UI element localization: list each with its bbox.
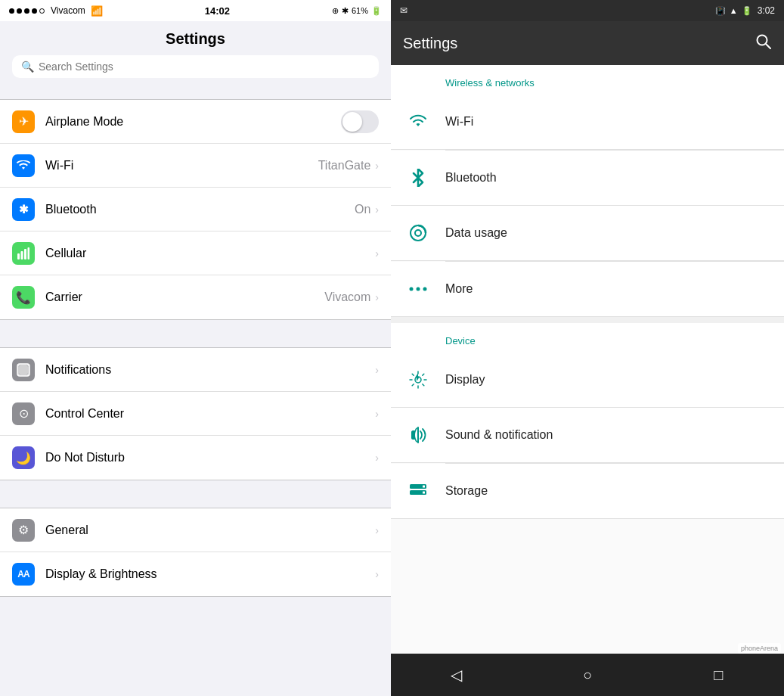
airplane-label: Airplane Mode [45, 115, 341, 129]
dot4 [32, 8, 37, 14]
svg-rect-6 [18, 365, 29, 375]
svg-rect-0 [17, 253, 20, 259]
control-center-chevron: › [375, 408, 379, 420]
android-time: 3:02 [758, 5, 775, 16]
airplane-toggle[interactable] [341, 110, 379, 133]
ios-status-left: Vivacom 📶 [9, 5, 103, 17]
bt-row-icon: ✱ [12, 198, 35, 221]
dot2 [17, 8, 22, 14]
carrier-chevron: › [375, 291, 379, 303]
control-center-icon: ⊙ [12, 402, 35, 425]
phonearena-watermark: phoneArena [738, 643, 781, 654]
ios-row-airplane-mode[interactable]: ✈ Airplane Mode [0, 100, 391, 144]
carrier-value: Vivacom [324, 291, 370, 304]
gap3 [0, 480, 391, 508]
ios-row-wifi[interactable]: Wi-Fi TitanGate › [0, 144, 391, 188]
android-row-more[interactable]: More [391, 262, 784, 317]
ios-time: 14:02 [103, 5, 332, 17]
do-not-disturb-chevron: › [375, 452, 379, 464]
nav-recents-icon: □ [714, 666, 723, 684]
display-brightness-chevron: › [375, 568, 379, 580]
ios-group-general: ⚙ General › AA Display & Brightness › [0, 508, 391, 597]
android-sound-icon [403, 420, 433, 450]
ios-row-control-center[interactable]: ⊙ Control Center › [0, 392, 391, 436]
battery-icon: 🔋 [371, 6, 382, 16]
carrier-label: Carrier [45, 291, 324, 304]
control-center-label: Control Center [45, 407, 375, 421]
bt-value: On [355, 203, 370, 216]
bluetooth-status-icon: ✱ [342, 6, 349, 16]
airplane-icon: ✈ [12, 110, 35, 133]
android-search-icon[interactable] [755, 33, 772, 54]
search-input[interactable] [39, 61, 370, 73]
android-nav-bar: ◁ ○ □ [391, 654, 784, 696]
android-display-icon [403, 365, 433, 395]
notifications-label: Notifications [45, 363, 375, 377]
email-icon: ✉ [400, 5, 407, 16]
android-side: ✉ 📳 ▲ 🔋 3:02 Settings Wireless [391, 0, 784, 696]
wifi-label: Wi-Fi [45, 159, 318, 172]
ios-search-bar[interactable]: 🔍 [12, 55, 379, 78]
nav-back-icon: ◁ [451, 666, 462, 684]
device-section-header: Device [391, 323, 784, 353]
android-battery-icon: 🔋 [742, 6, 752, 16]
bt-chevron: › [375, 204, 379, 216]
android-data-icon [403, 218, 433, 248]
ios-row-cellular[interactable]: Cellular › [0, 231, 391, 275]
android-row-display[interactable]: Display [391, 353, 784, 408]
ios-row-general[interactable]: ⚙ General › [0, 508, 391, 552]
nav-recents-button[interactable]: □ [699, 660, 737, 690]
android-bt-icon [403, 163, 433, 193]
wireless-section-header: Wireless & networks [391, 65, 784, 95]
android-row-storage[interactable]: Storage [391, 464, 784, 519]
ios-row-notifications[interactable]: Notifications › [0, 348, 391, 392]
do-not-disturb-label: Do Not Disturb [45, 451, 375, 465]
nav-home-button[interactable]: ○ [569, 660, 606, 690]
android-row-sound[interactable]: Sound & notification [391, 408, 784, 463]
wifi-value: TitanGate [318, 159, 371, 172]
wifi-chevron: › [375, 160, 379, 172]
ios-group-connectivity: ✈ Airplane Mode Wi-Fi TitanGate › [0, 99, 391, 320]
carrier-name: Vivacom [51, 5, 85, 16]
ios-row-do-not-disturb[interactable]: 🌙 Do Not Disturb › [0, 436, 391, 480]
cellular-icon [12, 242, 35, 265]
wifi-icon: 📶 [91, 5, 103, 17]
svg-point-12 [417, 287, 420, 291]
android-settings-title: Settings [403, 35, 755, 52]
signal-dots [9, 8, 45, 14]
ios-row-carrier[interactable]: 📞 Carrier Vivacom › [0, 275, 391, 319]
android-row-data-usage[interactable]: Data usage [391, 206, 784, 261]
location-icon: ⊕ [332, 6, 339, 16]
cellular-label: Cellular [45, 247, 375, 260]
general-icon: ⚙ [12, 519, 35, 542]
svg-line-8 [766, 44, 770, 48]
ios-panel: Vivacom 📶 14:02 ⊕ ✱ 61% 🔋 Settings 🔍 ✈ A… [0, 0, 391, 696]
android-header: Settings [391, 21, 784, 65]
android-row-wifi[interactable]: Wi-Fi [391, 95, 784, 150]
ios-row-display-brightness[interactable]: AA Display & Brightness › [0, 552, 391, 596]
carrier-icon: 📞 [12, 286, 35, 309]
svg-rect-2 [24, 249, 26, 259]
notifications-chevron: › [375, 364, 379, 376]
android-row-bluetooth[interactable]: Bluetooth [391, 151, 784, 206]
android-bt-label: Bluetooth [445, 171, 772, 185]
ios-status-right: ⊕ ✱ 61% 🔋 [332, 6, 382, 16]
android-storage-icon [403, 476, 433, 506]
ios-header: Settings 🔍 [0, 21, 391, 84]
nav-back-button[interactable]: ◁ [438, 660, 476, 690]
android-content: Wireless & networks Wi-Fi [391, 65, 784, 654]
bt-label: Bluetooth [45, 203, 355, 216]
dot3 [24, 8, 29, 14]
svg-point-13 [423, 287, 427, 291]
device-label: Device [445, 335, 476, 346]
android-display-label: Display [445, 373, 772, 387]
svg-point-11 [410, 287, 414, 291]
ios-group-system: Notifications › ⊙ Control Center › 🌙 Do … [0, 347, 391, 480]
ios-row-bluetooth[interactable]: ✱ Bluetooth On › [0, 188, 391, 231]
svg-rect-1 [21, 251, 23, 259]
svg-point-10 [415, 230, 421, 236]
svg-rect-17 [423, 485, 425, 487]
android-wifi-icon [403, 107, 433, 137]
nav-home-icon: ○ [583, 666, 592, 684]
wireless-label: Wireless & networks [445, 77, 535, 89]
